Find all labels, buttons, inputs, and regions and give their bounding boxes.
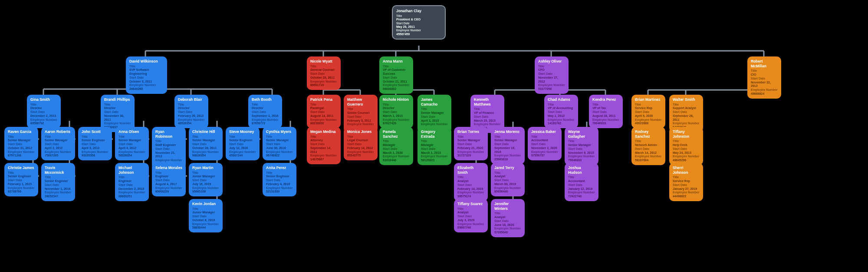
node-employee[interactable]: Gregory EstradaTitleManagerStart DateMar… xyxy=(418,127,451,165)
node-service-rep[interactable]: Brian MartinezTitleService RepStart Date… xyxy=(631,95,665,128)
node-employee[interactable]: Joshua HudsonTitleAccountantStart DateJa… xyxy=(565,163,598,201)
node-vp-accounting[interactable]: Chad AdamsTitleVP of AccountingStart Dat… xyxy=(544,95,578,128)
node-employee[interactable]: Christine HillTitleSenior ManagerStart D… xyxy=(189,127,223,160)
node-paralegal[interactable]: Patrick PenaTitleParalegalStart DateAugu… xyxy=(307,95,341,128)
node-employee[interactable]: Selena MoralesTitleEngineerStart DateAug… xyxy=(152,163,186,196)
node-employee[interactable]: Travis MccormickTitleSenior EngineerStar… xyxy=(41,163,75,201)
node-svp-eng[interactable]: David WilkinsonTitleSVP Software Enginee… xyxy=(126,56,167,94)
node-employee[interactable]: Steve MooneyTitleSenior EngineerStart Da… xyxy=(226,127,260,160)
node-employee[interactable]: Jennifer WintersTitleAnalystStart DateJu… xyxy=(491,199,525,237)
node-employee[interactable]: Ryan MartinTitleJunior ManagerStart Date… xyxy=(189,163,223,196)
employee-name: Jonathan Clay xyxy=(396,9,441,13)
node-employee[interactable]: Monica JonesTitleLegal CounselStart Date… xyxy=(344,127,378,160)
node-employee[interactable]: Cynthia MyersTitleSenior ManagerStart Da… xyxy=(263,127,296,160)
node-employee[interactable]: Anita PerezTitleSenior EngineerStart Dat… xyxy=(263,163,296,196)
node-employee[interactable]: Elizabeth SmithTitleAnalystStart DateFeb… xyxy=(454,163,488,201)
node-vp-tax[interactable]: Kendra PerezTitleVP of TaxStart DateAugu… xyxy=(589,95,623,128)
node-employee[interactable]: Rodney SanchezTitleNetwork AdminStart Da… xyxy=(631,127,665,165)
node-director[interactable]: Gina SmithTitleDirectorStart DateDecembe… xyxy=(27,95,61,128)
node-director[interactable]: Nichole HintonTitleDirectorStart DateMar… xyxy=(379,95,413,128)
node-employee[interactable]: Anna OlsenTitleSenior ManagerStart DateA… xyxy=(115,127,149,160)
node-employee[interactable]: Michael JohnsonTitleEngineerStart DateDe… xyxy=(115,163,149,201)
node-employee[interactable]: Pamela SanchezTitleManagerStart DateMarc… xyxy=(379,127,413,165)
org-chart: Jonathan Clay TitlePresident & CEO Start… xyxy=(4,4,864,269)
node-general-counsel[interactable]: Nicole WyattTitleGeneral CounselStart Da… xyxy=(307,56,341,90)
node-employee[interactable]: Jenna MorenoTitleSenior ManagerStart Dat… xyxy=(491,127,525,164)
node-employee[interactable]: Raven GarciaTitleSenior ManagerStart Dat… xyxy=(4,127,38,160)
node-employee[interactable]: Jessica BakerTitleAccountantStart DateNo… xyxy=(528,127,562,160)
node-employee[interactable]: Wayne GallagherTitleSenior ManagerStart … xyxy=(565,127,598,165)
node-employee[interactable]: Jared TerryTitleAnalystStart DateMarch 3… xyxy=(491,163,525,196)
node-employee[interactable]: Tiffany SuarezTitleAnalystStart DateJuly… xyxy=(454,199,488,232)
node-employee[interactable]: Aaron RobertsTitleSenior ManagerStart Da… xyxy=(41,127,75,160)
node-support-analyst[interactable]: Walter SmithTitleSupport AnalystStart Da… xyxy=(669,95,703,132)
node-employee[interactable]: Brian TorresTitleSenior ManagerStart Dat… xyxy=(454,127,488,160)
node-vp-customer[interactable]: Anna MannTitleVP of Customer SuccessStar… xyxy=(379,56,413,94)
node-ceo[interactable]: Jonathan Clay TitlePresident & CEO Start… xyxy=(392,5,446,40)
node-cfo[interactable]: Ashley OliverTitleCFOStart DateNovember … xyxy=(535,56,569,94)
node-director[interactable]: Deborah BlairTitleDirectorStart DateFebr… xyxy=(174,95,208,128)
node-employee[interactable]: Tiffany JohnstonTitleHelp DeskStart Date… xyxy=(669,127,703,165)
node-employee[interactable]: John ScottTitleSenior EngineerStart Date… xyxy=(78,127,112,160)
node-cio[interactable]: Robert McMillanTitleCIOStart DateNovembe… xyxy=(747,56,781,99)
node-employee[interactable]: Sherri JohnsonTitleService RepStart Date… xyxy=(669,163,703,201)
node-director[interactable]: Beth BoothTitleDirectorStart DateSeptemb… xyxy=(248,95,282,128)
node-employee[interactable]: Kevin JordanTitleJunior ManagerStart Dat… xyxy=(189,199,223,232)
node-employee[interactable]: Megan MedinaTitleAttorneyStart DateSepte… xyxy=(307,127,341,164)
node-employee[interactable]: Christie JamesTitleSenior EngineerStart … xyxy=(4,163,38,196)
node-director[interactable]: Brandi PhillipsTitleDirectorStart DateNo… xyxy=(101,95,135,132)
